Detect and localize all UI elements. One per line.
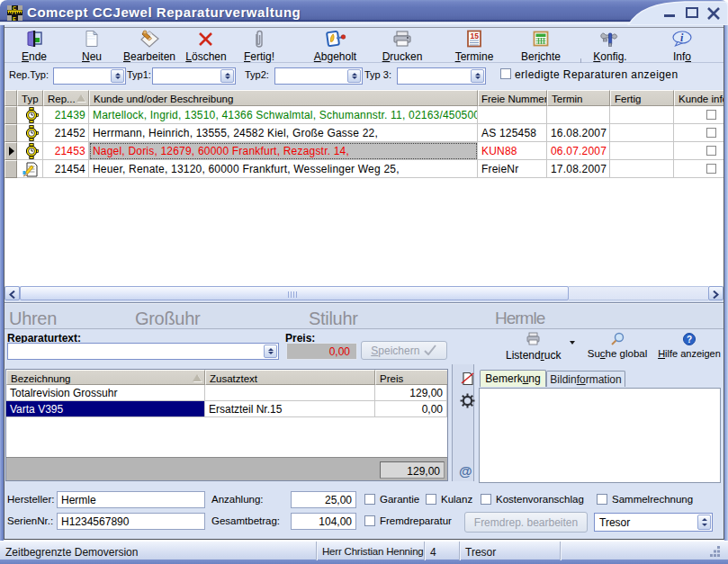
svg-text:15: 15 [471,31,480,40]
svg-text:E: E [13,16,16,22]
svg-text:?: ? [687,335,692,345]
svg-text:C: C [13,5,16,11]
